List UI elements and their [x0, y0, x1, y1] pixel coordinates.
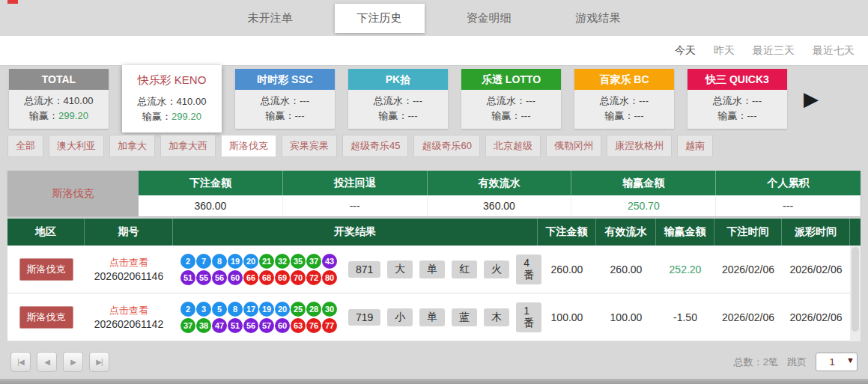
winloss-line: 输赢：--- [574, 109, 674, 124]
flow-line: 总流水：--- [574, 94, 674, 109]
game-card[interactable]: 百家乐 BC总流水：---输赢：--- [574, 69, 674, 129]
scrollbar-thumb[interactable] [852, 247, 859, 332]
date-filter[interactable]: 今天 [675, 44, 696, 58]
game-card[interactable]: 时时彩 SSC总流水：---输赢：--- [235, 69, 335, 129]
top-tab[interactable]: 游戏结果 [553, 4, 643, 33]
game-card-body: 总流水：---输赢：--- [688, 90, 787, 129]
view-details-link[interactable]: 点击查看 [109, 256, 148, 269]
game-card[interactable]: 快三 QUICK3总流水：---输赢：--- [688, 69, 787, 129]
lottery-ball: 19 [259, 302, 274, 317]
valid-turnover-cell: 100.00 [596, 311, 656, 323]
winloss-line: 输赢：--- [348, 109, 448, 124]
lottery-ball: 43 [322, 254, 337, 269]
region-chip[interactable]: 斯洛伐克 [221, 135, 276, 157]
region-badge[interactable]: 斯洛伐克 [19, 258, 73, 281]
lottery-ball: 20 [243, 254, 258, 269]
lottery-ball: 28 [306, 302, 321, 317]
game-card-body: 总流水：---输赢：--- [348, 90, 448, 129]
result-tag: 单 [419, 260, 445, 278]
winloss-label: 输赢： [718, 110, 747, 121]
region-chip[interactable]: 北京超级 [485, 135, 541, 157]
summary-column-header: 投注回退 [283, 171, 428, 195]
prev-page-button[interactable]: ◀ [37, 352, 57, 372]
region-chip[interactable]: 俄勒冈州 [546, 135, 601, 157]
vertical-scrollbar[interactable] [850, 246, 861, 341]
region-chip[interactable]: 宾果宾果 [282, 135, 337, 157]
lottery-ball: 37 [180, 318, 195, 333]
flow-label: 总流水： [261, 95, 300, 106]
flow-value: --- [526, 95, 535, 106]
last-page-button[interactable]: ▶| [89, 352, 109, 372]
flow-label: 总流水： [25, 95, 64, 106]
result-tag: 871 [348, 261, 380, 278]
next-page-button[interactable]: ▶ [63, 352, 83, 372]
flow-line: 总流水：410.00 [122, 94, 222, 109]
column-header: 地区 [7, 219, 85, 246]
flow-label: 总流水： [600, 95, 639, 106]
flow-value: 410.00 [64, 95, 94, 106]
winloss-label: 输赢： [605, 110, 634, 121]
region-chip[interactable]: 全部 [7, 135, 43, 157]
summary-column: 下注金额360.00 [139, 171, 283, 216]
lottery-ball: 25 [291, 302, 306, 317]
flow-label: 总流水： [374, 95, 413, 106]
date-filter[interactable]: 最近三天 [753, 44, 795, 58]
column-header: 期号 [85, 219, 173, 246]
date-filter[interactable]: 昨天 [714, 44, 735, 58]
game-card[interactable]: PK拾总流水：---输赢：--- [348, 69, 448, 129]
lottery-ball: 51 [228, 318, 243, 333]
region-chip[interactable]: 超级奇乐45 [342, 135, 408, 157]
bet-time-cell: 2026/02/06 [714, 263, 782, 275]
summary-column: 输赢金额250.70 [571, 171, 716, 216]
lottery-ball: 72 [306, 270, 321, 285]
region-chip[interactable]: 加拿大西 [160, 135, 216, 157]
date-filter[interactable]: 最近七天 [813, 44, 855, 58]
game-card-title: PK拾 [348, 69, 448, 90]
flow-line: 总流水：--- [348, 94, 448, 109]
game-card-title: 时时彩 SSC [235, 69, 335, 90]
region-chip[interactable]: 加拿大 [109, 135, 155, 157]
tab-bar: 未开注单下注历史资金明细游戏结果 [0, 0, 868, 36]
game-card[interactable]: 乐透 LOTTO总流水：---输赢：--- [461, 69, 561, 129]
first-page-button[interactable]: |◀ [10, 352, 31, 372]
game-card[interactable]: TOTAL总流水：410.00输赢：299.20 [9, 69, 109, 129]
lottery-ball: 63 [291, 318, 306, 333]
winloss-label: 输赢： [266, 110, 295, 121]
lottery-ball: 17 [243, 302, 258, 317]
page-select[interactable]: 1 [816, 353, 858, 371]
lottery-ball: 2 [180, 302, 195, 317]
game-cards-row: TOTAL总流水：410.00输赢：299.20快乐彩 KENO总流水：410.… [0, 66, 868, 132]
next-cards-arrow-icon[interactable]: ▶ [804, 89, 819, 109]
lottery-ball: 55 [196, 270, 211, 285]
result-tag: 火 [484, 260, 509, 278]
top-tab[interactable]: 未开注单 [225, 4, 315, 33]
game-card[interactable]: 快乐彩 KENO总流水：410.00输赢：299.20 [122, 65, 222, 132]
game-card-title: 快三 QUICK3 [688, 69, 787, 90]
summary-column-header: 有效流水 [428, 171, 572, 195]
region-chip[interactable]: 超级奇乐60 [413, 135, 479, 157]
date-filter-bar: 今天昨天最近三天最近七天 [0, 36, 868, 66]
region-badge[interactable]: 斯洛伐克 [19, 306, 73, 329]
result-tags: 719小单蓝木1番 [348, 302, 541, 332]
lottery-ball: 8 [228, 302, 243, 317]
region-chip[interactable]: 澳大利亚 [49, 135, 104, 157]
winloss-line: 输赢：--- [688, 109, 787, 124]
winloss-value: --- [634, 110, 644, 121]
summary-column-header: 输赢金额 [571, 171, 716, 195]
ball-line: 37384751565760637677 [180, 318, 338, 333]
winloss-line: 输赢：299.20 [122, 109, 222, 124]
footer-strip [0, 379, 868, 384]
region-chip[interactable]: 康涅狄格州 [607, 135, 672, 157]
top-tab[interactable]: 下注历史 [335, 4, 425, 33]
lottery-ball: 2 [180, 254, 195, 269]
top-tab[interactable]: 资金明细 [444, 4, 534, 33]
flow-label: 总流水： [713, 95, 752, 106]
summary-column-value: --- [716, 195, 861, 216]
region-chip[interactable]: 越南 [677, 135, 713, 157]
result-tags: 871大单红火4番 [348, 255, 541, 284]
table-header-row: 地区期号开奖结果下注金额有效流水输赢金额下注时间派彩时间 [7, 219, 861, 246]
result-tag: 719 [348, 309, 380, 326]
view-details-link[interactable]: 点击查看 [109, 304, 148, 317]
pagination-buttons: |◀◀▶▶| [10, 352, 109, 372]
table-body: 斯洛伐克点击查看20260206114627819202132353743515… [7, 246, 861, 341]
